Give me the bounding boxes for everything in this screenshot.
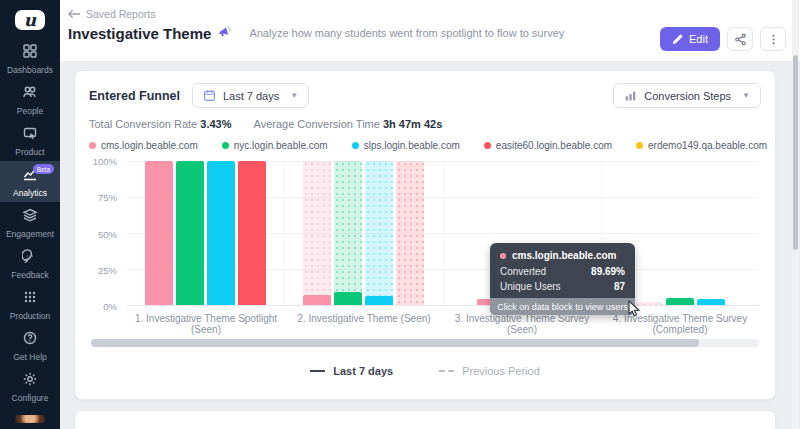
funnel-bar[interactable]: [334, 292, 362, 305]
legend-label: easite60.login.beable.com: [496, 140, 612, 151]
funnel-bar-previous[interactable]: [396, 161, 424, 305]
sidebar-item-configure[interactable]: Configure: [0, 366, 60, 407]
calendar-icon: [203, 89, 216, 102]
funnel-bar[interactable]: [238, 161, 266, 305]
help-icon: [22, 330, 38, 352]
funnel-bar[interactable]: [207, 161, 235, 305]
apps-grid-icon: [22, 289, 38, 311]
funnel-bar[interactable]: [365, 296, 393, 305]
chevron-down-icon: ▼: [742, 91, 750, 100]
funnel-title: Entered Funnel: [89, 89, 180, 103]
legend-dot: [89, 142, 96, 149]
share-button[interactable]: [727, 27, 753, 51]
legend-current-period[interactable]: Last 7 days: [310, 365, 393, 377]
user-avatar[interactable]: [15, 415, 45, 423]
edit-button-label: Edit: [689, 33, 708, 45]
people-icon: [22, 84, 38, 106]
sidebar-item-people[interactable]: People: [0, 79, 60, 120]
page-scrollbar-thumb[interactable]: [793, 55, 798, 250]
tooltip-row-label: Unique Users: [500, 281, 561, 292]
sidebar-item-label: Get Help: [13, 352, 47, 362]
bar-slot: [334, 161, 362, 305]
sidebar-item-get-help[interactable]: Get Help: [0, 325, 60, 366]
bar-slot: [365, 161, 393, 305]
sidebar-item-production[interactable]: Production: [0, 284, 60, 325]
avg-conversion-stat: Average Conversion Time 3h 47m 42s: [254, 118, 443, 130]
funnel-card: Entered Funnel Last 7 days ▼ Conversion …: [74, 70, 776, 400]
date-range-value: Last 7 days: [223, 90, 279, 102]
sidebar-item-label: Feedback: [11, 270, 48, 280]
sidebar-item-engagement[interactable]: Engagement: [0, 202, 60, 243]
back-link[interactable]: Saved Reports: [68, 8, 786, 20]
kebab-menu-icon: [767, 33, 780, 46]
bar-slot: [697, 161, 725, 305]
x-axis-label: 3. Investigative Theme Survey (Seen): [443, 313, 601, 335]
funnel-bar[interactable]: [145, 161, 173, 305]
funnel-bar-previous[interactable]: [303, 161, 331, 305]
scrollbar-thumb[interactable]: [91, 339, 699, 347]
funnel-bar[interactable]: [176, 161, 204, 305]
bar-slot: [176, 161, 204, 305]
funnel-bar-previous[interactable]: [334, 161, 362, 305]
chart-horizontal-scrollbar[interactable]: [91, 339, 759, 347]
page-header: Saved Reports Investigative Theme Analyz…: [60, 0, 800, 62]
solid-line-swatch: [310, 370, 325, 372]
legend-dot: [222, 142, 229, 149]
legend-item[interactable]: cms.login.beable.com: [89, 140, 198, 151]
legend-label: erdemo149.qa.beable.com: [648, 140, 767, 151]
x-axis-label: 2. Investigative Theme (Seen): [285, 313, 443, 335]
pencil-icon: [672, 34, 683, 45]
legend-item[interactable]: erdemo149.qa.beable.com: [636, 140, 767, 151]
tooltip-row-value: 87: [614, 281, 625, 292]
sidebar-item-feedback[interactable]: Feedback: [0, 243, 60, 284]
back-arrow-icon: [68, 9, 81, 19]
product-icon: [22, 125, 38, 147]
beta-badge: Beta: [33, 164, 54, 174]
dashed-line-swatch: [439, 370, 454, 372]
bar-steps-icon: [624, 89, 637, 102]
legend-label: slps.login.beable.com: [364, 140, 460, 151]
legend-label: nyc.login.beable.com: [234, 140, 328, 151]
x-axis-label: 4. Investigative Theme Survey (Completed…: [601, 313, 759, 335]
funnel-bar-previous[interactable]: [365, 161, 393, 305]
date-range-picker[interactable]: Last 7 days ▼: [192, 83, 309, 108]
layers-icon: [22, 207, 38, 229]
sidebar-item-label: Configure: [12, 393, 49, 403]
dashboards-icon: [22, 43, 38, 65]
breakdown-card: Breakdown: [74, 410, 776, 429]
page-scrollbar[interactable]: [792, 0, 799, 429]
sidebar: u Dashboards People Product Beta Analyti…: [0, 0, 60, 429]
legend-item[interactable]: easite60.login.beable.com: [484, 140, 612, 151]
view-selector-dropdown[interactable]: Conversion Steps ▼: [613, 83, 761, 108]
page-title: Investigative Theme: [68, 25, 211, 42]
app-logo[interactable]: u: [15, 10, 45, 30]
funnel-chart: 100%75%50%25%0% 1. Investigative Theme S…: [89, 161, 761, 331]
total-conversion-value: 3.43%: [200, 118, 231, 130]
sidebar-item-analytics[interactable]: Beta Analytics: [0, 161, 60, 202]
legend-item[interactable]: nyc.login.beable.com: [222, 140, 328, 151]
funnel-bar[interactable]: [303, 295, 331, 305]
y-tick-label: 50%: [98, 228, 117, 239]
sidebar-item-label: Dashboards: [7, 65, 53, 75]
funnel-bar[interactable]: [697, 299, 725, 305]
chart-legend: cms.login.beable.comnyc.login.beable.com…: [89, 140, 761, 151]
megaphone-icon: [218, 24, 231, 42]
tooltip-title: cms.login.beable.com: [512, 250, 616, 261]
x-axis: 1. Investigative Theme Spotlight (Seen)2…: [127, 313, 759, 335]
sidebar-item-product[interactable]: Product: [0, 120, 60, 161]
edit-button[interactable]: Edit: [660, 27, 720, 51]
legend-item[interactable]: slps.login.beable.com: [352, 140, 460, 151]
sidebar-item-label: Analytics: [13, 188, 47, 198]
sidebar-item-dashboards[interactable]: Dashboards: [0, 38, 60, 79]
y-tick-label: 75%: [98, 192, 117, 203]
chart-tooltip: cms.login.beable.com Converted 89.69% Un…: [490, 243, 635, 315]
legend-previous-period[interactable]: Previous Period: [439, 365, 540, 377]
funnel-bar[interactable]: [666, 298, 694, 305]
x-axis-label: 1. Investigative Theme Spotlight (Seen): [127, 313, 285, 335]
bar-slot: [145, 161, 173, 305]
y-axis: 100%75%50%25%0%: [89, 161, 121, 306]
funnel-step-group: [285, 161, 443, 305]
chart-plot-area: [127, 161, 759, 306]
gear-icon: [22, 371, 38, 393]
more-options-button[interactable]: [760, 27, 786, 51]
